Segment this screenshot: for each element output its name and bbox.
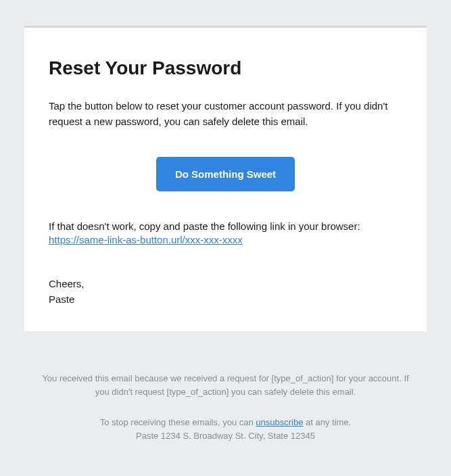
unsubscribe-link[interactable]: unsubscribe xyxy=(256,417,303,427)
signoff-name: Paste xyxy=(49,291,402,307)
signoff: Cheers, Paste xyxy=(49,276,402,308)
fallback-instruction: If that doesn't work, copy and paste the… xyxy=(49,218,402,234)
email-body-text: Tap the button below to reset your custo… xyxy=(49,98,402,130)
footer-unsubscribe-pre: To stop receiving these emails, you can xyxy=(100,417,256,427)
email-footer: You received this email because we recei… xyxy=(24,331,427,443)
footer-unsubscribe-line: To stop receiving these emails, you can … xyxy=(41,416,410,429)
signoff-greeting: Cheers, xyxy=(49,276,402,291)
footer-unsubscribe-post: at any time. xyxy=(303,417,351,427)
reset-password-button[interactable]: Do Something Sweet xyxy=(156,157,295,191)
footer-reason: You received this email because we recei… xyxy=(41,372,410,399)
email-card: Reset Your Password Tap the button below… xyxy=(24,26,427,331)
footer-address: Paste 1234 S. Broadway St. City, State 1… xyxy=(41,429,410,443)
button-container: Do Something Sweet xyxy=(49,157,402,191)
email-title: Reset Your Password xyxy=(49,57,402,79)
fallback-link[interactable]: https://same-link-as-button.url/xxx-xxx-… xyxy=(49,234,243,245)
